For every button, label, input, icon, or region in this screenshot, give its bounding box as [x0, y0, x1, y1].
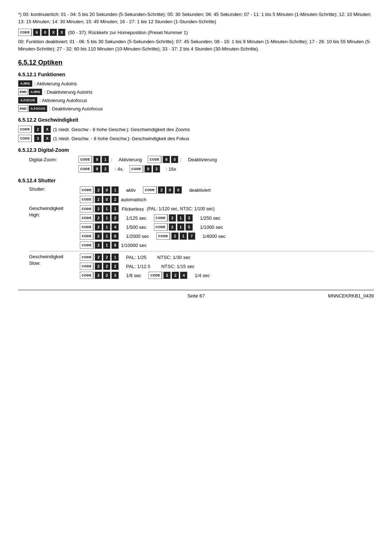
- airis-deactivate-text: : Deaktivierung Autoiris: [44, 89, 93, 95]
- dz-90-group: CODE 9 0 :: [148, 156, 182, 163]
- sub2-title: 6.5.12.2 Geschwindigkeit: [18, 117, 374, 123]
- sub1-title: 6.5.12.1 Funktionen: [18, 72, 374, 77]
- geschw-slow-label: GeschwindigkeitSlow:: [29, 254, 80, 267]
- afocus-deact-icon: A.FOCUS: [29, 105, 47, 112]
- s8-text: 1/8 sec: [126, 273, 141, 278]
- geschw-high-label: GeschwindigkeitHigh:: [29, 205, 80, 218]
- shutter-215-group: CODE 2 1 5: [154, 223, 193, 231]
- ntsc15-text: NTSC: 1/15 sec: [161, 264, 195, 269]
- dz-deactivate-label: Deaktivierung: [188, 157, 217, 162]
- kbd-1-201: 1: [111, 186, 119, 194]
- end-afocus-badge: END A.FOCUS: [18, 105, 47, 112]
- end-afocus-icon: END: [18, 105, 28, 112]
- ntsc30-text: NTSC: 1/30 sec: [157, 255, 191, 260]
- kbd-1-211: 1: [103, 205, 110, 212]
- shutter-217-group: CODE 2 1 7: [156, 232, 195, 240]
- dz-91-group: CODE 9 1 :: [78, 156, 113, 163]
- flickerless-row: CODE 2 1 1 Flickerless (PAL: 1/120 sec, …: [80, 205, 374, 212]
- focus-speed-text: (1 niedr. Geschw. - 8 hohe Geschw.): Ges…: [53, 136, 189, 141]
- shutter-214-group: CODE 2 1 4: [80, 223, 119, 231]
- shutter-221-group: CODE 2 2 1: [80, 254, 119, 261]
- kbd-code-zoom: CODE: [18, 126, 32, 133]
- shutter-202-group: CODE 2 0 2: [80, 196, 119, 203]
- page-number: Seite 67: [187, 293, 205, 299]
- s4-text: 1/4 sec: [195, 273, 210, 278]
- code-desc-homeposition: (00 - 37): Rückkehr zur Homeposition (Pr…: [68, 30, 188, 35]
- s1000-text: 1/1000 sec: [200, 224, 223, 230]
- shutter-10000-row: CODE 2 1 8 1/10000 sec: [80, 242, 374, 249]
- flickerless-text: Flickerless: [122, 206, 144, 212]
- shutter-211-group: CODE 2 1 1: [80, 205, 119, 212]
- end-icon: END: [18, 89, 28, 95]
- afocus-deactivate-row: END A.FOCUS : Deaktivierung Autofocus: [18, 105, 374, 112]
- kbd-1-211b: 1: [111, 205, 119, 212]
- dz-4x-label: : 4x,: [115, 166, 124, 172]
- kbd-code-93: CODE: [130, 165, 143, 173]
- shutter-aktiv-text: aktiv: [126, 187, 136, 193]
- kbd-x-focus: X: [44, 135, 51, 142]
- sub3-title: 6.5.12.3 Digital-Zoom: [18, 147, 374, 153]
- section-612-title: 6.5.12 Optiken: [18, 59, 374, 66]
- shutter-main-label: Shutter:: [29, 186, 80, 192]
- shutter-201-group: CODE 2 0 1: [80, 186, 119, 194]
- slow-row2: CODE 2 2 2 PAL: 1/12.5 NTSC: 1/15 sec: [80, 263, 374, 270]
- s125-text: 1/125 sec: [126, 215, 146, 221]
- digital-zoom-row1: Digital-Zoom: CODE 9 1 : Aktivierung COD…: [29, 156, 374, 163]
- kbd-2-92: 2: [102, 165, 109, 173]
- shutter-500-1000-row: CODE 2 1 4 1/500 sec CODE 2 1 5 1/1000 s…: [80, 223, 374, 231]
- kbd-0-202: 0: [103, 196, 110, 203]
- airis-activate-row: A.IRIS : Aktivierung Autoiris: [18, 80, 374, 87]
- digital-zoom-label: Digital-Zoom:: [29, 157, 73, 162]
- kbd-x1: X: [50, 29, 57, 36]
- afocus-badge: A.FOCUS: [18, 97, 37, 104]
- kbd-6: 6: [33, 29, 40, 36]
- kbd-code-202: CODE: [80, 196, 94, 203]
- kbd-code-90: CODE: [148, 156, 162, 163]
- kbd-0-200b: 0: [175, 186, 182, 194]
- kbd-9-93: 9: [144, 165, 152, 173]
- afocus-activate-row: A.FOCUS : Aktivierung Autofocus: [18, 97, 374, 104]
- page-footer: Seite 67 MNNCEKRKB1_0439: [18, 290, 374, 299]
- pal25-text: PAL: 1/25: [126, 255, 146, 260]
- airis-deact-icon: A.IRIS: [29, 89, 42, 95]
- afocus-icon: A.FOCUS: [18, 97, 37, 104]
- kbd-code: CODE: [18, 29, 32, 36]
- shutter-auto-row: CODE 2 0 2 automatisch: [80, 196, 374, 203]
- dz-92-group: CODE 9 2: [78, 165, 109, 173]
- dz-16x-label: : 16x: [166, 166, 176, 172]
- digital-zoom-row2: CODE 9 2 : 4x, CODE 9 3 : 16x: [78, 165, 374, 173]
- airis-badge: A.IRIS: [18, 80, 32, 87]
- kbd-2-zoom: 2: [34, 126, 41, 133]
- s2000-text: 1/2000 sec: [126, 234, 149, 239]
- kbd-code-92: CODE: [78, 165, 92, 173]
- s250-text: 1/250 sec: [200, 215, 220, 221]
- sub4-title: 6.5.12.4 Shutter: [18, 178, 374, 183]
- kbd-x2: X: [58, 29, 65, 36]
- kbd-2-201: 2: [95, 186, 102, 194]
- code-line-homeposition: CODE 6 0 X X (00 - 37): Rückkehr zur Hom…: [18, 29, 374, 36]
- shutter-212-group: CODE 2 1 2: [80, 214, 119, 222]
- shutter-125-250-row: CODE 2 1 2 1/125 sec CODE 2 1 3 1/250 se…: [80, 214, 374, 222]
- zoom-speed-row: CODE 2 X (1 niedr. Geschw - 8 hohe Gesch…: [18, 126, 374, 133]
- kbd-2-211: 2: [95, 205, 102, 212]
- kbd-2-202: 2: [95, 196, 102, 203]
- kbd-2-200: 2: [158, 186, 165, 194]
- kbd-9-91: 9: [93, 156, 101, 163]
- s500-text: 1/500 sec: [126, 224, 146, 230]
- digital-zoom-section: Digital-Zoom: CODE 9 1 : Aktivierung COD…: [29, 156, 374, 173]
- shutter-options: CODE 2 0 1 aktiv CODE 2 0 0 deaktiviert …: [80, 186, 374, 203]
- intro-text1: *) 00: kontinuierlich; 01 - 04: 5 bis 20…: [18, 11, 374, 25]
- dz-activate-label: Aktivierung: [119, 157, 142, 162]
- geschw-slow-options: CODE 2 2 1 PAL: 1/25 NTSC: 1/30 sec CODE…: [80, 254, 374, 279]
- kbd-3-93: 3: [153, 165, 160, 173]
- airis-icon: A.IRIS: [18, 80, 32, 87]
- shutter-section: Shutter: CODE 2 0 1 aktiv CODE 2 0 0 dea…: [29, 186, 374, 279]
- dz-93-group: CODE 9 3: [130, 165, 160, 173]
- shutter-223-group: CODE 2 2 3: [80, 272, 119, 279]
- shutter-auto-text: automatisch: [121, 197, 146, 202]
- kbd-x-zoom: X: [44, 126, 51, 133]
- s10000-text: 1/10000 sec: [121, 243, 147, 248]
- kbd-0: 0: [41, 29, 49, 36]
- pal125-text: PAL: 1/12.5: [126, 264, 150, 269]
- kbd-code-focus: CODE: [18, 135, 32, 142]
